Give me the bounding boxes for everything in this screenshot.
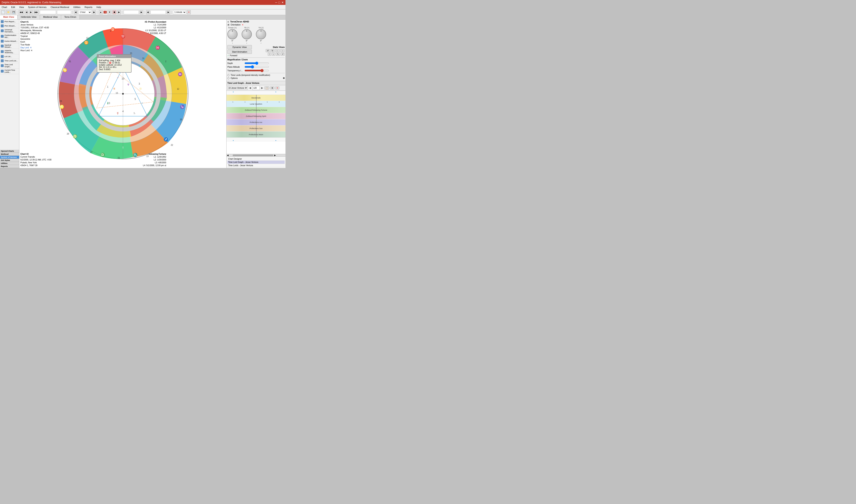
down-btn[interactable]: ▼ xyxy=(107,10,111,14)
menu-system-of-hermes[interactable]: System of Hermes xyxy=(27,5,47,9)
sidebar-item-current-time-lords[interactable]: Current Time Lords... xyxy=(0,69,19,74)
options-radio[interactable] xyxy=(227,77,229,79)
transparency-label: Transparency /... xyxy=(227,70,244,72)
cd-item-time-lords[interactable]: Time Lords - Jesse Ventura xyxy=(227,164,285,167)
time-input[interactable]: 4:39:12 AM xyxy=(57,10,71,14)
interval-prev[interactable]: ◀ xyxy=(74,10,77,14)
sidebar-item-lot-list[interactable]: Lot List... xyxy=(0,54,19,59)
wheel-container[interactable]: ♈ ♓ ♒ ♑ ♐ ♏ ♎ ♍ ♌ ♋ ♊ ♉ 10 3 5 4 13 1 16 xyxy=(56,26,190,161)
depth-slider[interactable] xyxy=(245,61,269,65)
close-icon[interactable]: ✕ xyxy=(281,1,284,4)
back-btn[interactable]: ◀◀ xyxy=(19,10,24,14)
sidebar-section-opened-charts[interactable]: Opened Charts xyxy=(0,150,19,153)
orientation-close[interactable]: ✕ xyxy=(242,24,244,26)
tab-main-view[interactable]: Main View xyxy=(0,15,18,19)
time-lords-radio[interactable] xyxy=(227,74,229,76)
chart-area: Chart #1 Jesse Ventura 7/15/1951, 3:00 a… xyxy=(19,20,226,168)
static-btn-3[interactable]: → xyxy=(280,49,285,52)
orientation-radio[interactable] xyxy=(227,24,229,26)
menu-classical-medieval[interactable]: Classical Medieval xyxy=(50,5,70,9)
interval-next[interactable]: ▶ xyxy=(92,10,96,14)
menu-view[interactable]: View xyxy=(18,5,25,9)
tab-medieval[interactable]: Medieval View xyxy=(40,15,61,19)
interval-select[interactable]: 1 hour 1 minute 1 day xyxy=(78,10,92,14)
tl-prev-btn[interactable]: ◀ xyxy=(249,87,252,89)
sidebar-item-pna-wizard[interactable]: PNA Wizard... xyxy=(0,24,19,28)
static-btn-6[interactable]: ↖ xyxy=(276,53,280,56)
sidebar-item-universal-hermetics[interactable]: Universal Hermetics... xyxy=(0,28,19,34)
menu-help[interactable]: Help xyxy=(96,5,102,9)
static-btn-5[interactable]: ↓ xyxy=(272,53,275,56)
static-view-btns: ↺ ↻ ← → xyxy=(266,49,285,52)
static-btn-4[interactable]: ↑ xyxy=(268,53,271,56)
close-x-btn[interactable]: ✕ xyxy=(187,10,191,14)
time2-prev[interactable]: ◀ xyxy=(146,10,150,14)
cd-item-chart-designer[interactable]: Chart Designer xyxy=(227,157,285,161)
interval2-select[interactable]: 1 minute 1 hour xyxy=(173,10,186,14)
rotate-x-knob[interactable] xyxy=(227,29,237,39)
tl-scroll-left[interactable]: ◀ xyxy=(227,154,229,156)
play-btn[interactable]: ▶ xyxy=(117,10,121,14)
tilt-z-knob[interactable] xyxy=(256,29,266,39)
chart4-l4: L4: 5/1/2000, 12:00 pm ut xyxy=(136,164,166,167)
fwd-btn[interactable]: ▶▶ xyxy=(34,10,39,14)
menu-edit[interactable]: Edit xyxy=(11,5,16,9)
svg-text:☿: ☿ xyxy=(117,111,119,115)
static-btn-1[interactable]: ↻ xyxy=(270,49,274,52)
toolbar: 📄 📁 💾 ◀◀ ◀ ▶ ▶▶ 5/2/2000 4:39:12 AM ◀ 1 … xyxy=(0,10,285,15)
sidebar-item-time-lord-list[interactable]: Time Lord List... xyxy=(0,59,19,63)
chart3-label: #3: Profect Ascendant xyxy=(145,21,166,23)
dynamic-view-btn[interactable]: Dynamic View xyxy=(227,45,252,49)
sidebar-item-nautical[interactable]: Nautical Wizard... xyxy=(0,43,19,49)
sidebar-section-gui-styles[interactable]: GUI Styles xyxy=(0,159,19,162)
tl-value-input[interactable]: 120 xyxy=(252,86,260,90)
prev-btn[interactable]: ◀ xyxy=(25,10,28,14)
plane-altitude-slider[interactable] xyxy=(245,65,269,69)
sidebar-section-system-of-hermes[interactable]: System of Hermes xyxy=(0,156,19,159)
static-btn-2[interactable]: ← xyxy=(275,49,280,52)
tl-btn2[interactable]: ⚙ xyxy=(270,87,274,90)
minimize-icon[interactable]: ─ xyxy=(275,1,277,4)
sidebar-section-reports[interactable]: Reports xyxy=(0,165,19,168)
cd-item-time-lord-graph[interactable]: Time Lord Graph - Jesse Ventura xyxy=(227,161,285,164)
up-btn[interactable]: ▲ xyxy=(99,10,103,14)
menu-reports[interactable]: Reports xyxy=(84,5,93,9)
static-btn-0[interactable]: ↺ xyxy=(266,49,270,52)
menu-utilities[interactable]: Utilities xyxy=(72,5,81,9)
tab-terra[interactable]: Terra Chron xyxy=(61,15,80,19)
next-btn[interactable]: ▶ xyxy=(29,10,33,14)
tab-hellenistic[interactable]: Hellenistic View xyxy=(18,15,40,19)
sidebar-item-predomination[interactable]: Predomination Wiz... xyxy=(0,34,19,39)
options-row: Options xyxy=(227,77,285,79)
stop-btn[interactable]: ⏹ xyxy=(112,10,117,14)
tl-next-btn[interactable]: ▶ xyxy=(261,87,264,89)
maximize-icon[interactable]: □ xyxy=(279,1,280,4)
menu-chart[interactable]: Chart xyxy=(1,5,8,9)
start-animation-btn[interactable]: Start Animation xyxy=(227,50,252,54)
date-input[interactable]: 5/2/2000 xyxy=(40,10,56,14)
static-btn-7[interactable]: ↗ xyxy=(281,53,285,56)
sidebar-section-utilities[interactable]: Utilities xyxy=(0,162,19,165)
open-btn[interactable]: 📁 xyxy=(6,10,11,14)
sidebar-item-aspects[interactable]: Aspects, Testimony... xyxy=(0,49,19,54)
tl-scrollbar-thumb[interactable] xyxy=(233,155,273,156)
window-controls[interactable]: ─ □ ✕ xyxy=(275,1,284,4)
new-chart-btn[interactable]: 📄 xyxy=(1,10,5,14)
tl-btn1[interactable]: 📋 xyxy=(265,87,269,90)
time2-next[interactable]: ▶ xyxy=(166,10,170,14)
tl-scroll-right[interactable]: ▶ xyxy=(274,154,276,156)
date2-next[interactable]: ▶ xyxy=(140,10,143,14)
sidebar-item-kurios[interactable]: Kurios Wizard... xyxy=(0,39,19,43)
sidebar-item-time-lord-graph[interactable]: Time Lord Graph... xyxy=(0,63,19,69)
time2-input[interactable]: 3:00:00 AM xyxy=(150,10,166,14)
transparency-slider[interactable] xyxy=(245,69,269,72)
point-info-line2: Position: 1 ♈ 12 58.52 xyxy=(99,61,129,64)
tl-scrollbar[interactable]: ◀ ▶ xyxy=(227,154,285,156)
save-btn[interactable]: 💾 xyxy=(12,10,16,14)
tl-btn3[interactable]: ✕ xyxy=(275,87,279,90)
tilt-y-knob[interactable] xyxy=(242,29,252,39)
tl-person-select[interactable]: 10 Jesse Ventura xyxy=(227,86,248,90)
date2-input[interactable]: 7/15/1951 xyxy=(124,10,139,14)
sidebar-item-pna-report[interactable]: PNA Report... xyxy=(0,20,19,24)
sidebar-section-medieval[interactable]: Medieval xyxy=(0,153,19,156)
